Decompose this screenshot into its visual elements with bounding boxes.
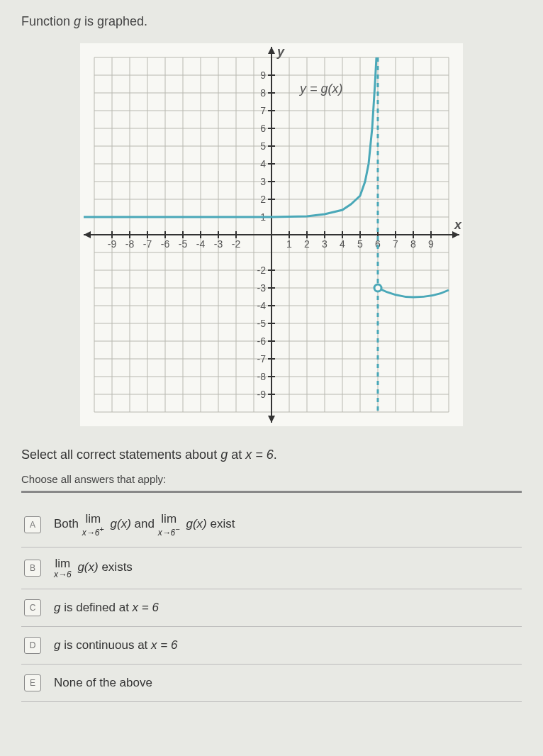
svg-text:2: 2 — [304, 238, 310, 250]
svg-text:8: 8 — [410, 238, 416, 250]
axes — [84, 47, 459, 423]
svg-text:-7: -7 — [257, 353, 267, 365]
choice-c[interactable]: C g is defined at x = 6 — [21, 589, 522, 627]
svg-text:-3: -3 — [257, 282, 267, 294]
svg-text:-2: -2 — [257, 265, 267, 276]
open-point — [374, 284, 381, 291]
svg-text:6: 6 — [260, 123, 266, 134]
svg-text:-5: -5 — [179, 238, 188, 250]
graph: -9 -8 -7 -6 -5 -4 -3 -2 1 2 3 4 5 6 7 8 … — [80, 43, 463, 426]
choice-box-e: E — [24, 674, 41, 691]
choice-box-a: A — [24, 516, 41, 533]
instruct-text: Choose all answers that apply: — [21, 473, 522, 485]
choice-box-c: C — [24, 599, 41, 616]
svg-text:-6: -6 — [257, 335, 267, 347]
svg-text:5: 5 — [260, 140, 266, 152]
svg-text:9: 9 — [428, 238, 434, 250]
choice-text-d: g is continuous at x = 6 — [54, 638, 177, 652]
x-pos-labels: 1 2 3 4 5 6 7 8 9 — [286, 238, 434, 250]
y-axis-var: y — [276, 45, 285, 59]
svg-marker-43 — [84, 231, 91, 238]
function-label: y = g(x) — [298, 82, 343, 96]
svg-text:7: 7 — [260, 105, 266, 116]
choice-e[interactable]: E None of the above — [21, 665, 522, 702]
svg-marker-42 — [452, 231, 459, 238]
svg-text:4: 4 — [260, 158, 266, 169]
y-neg-labels: -2 -3 -4 -5 -6 -7 -8 -9 — [257, 265, 267, 400]
svg-text:8: 8 — [260, 87, 266, 99]
svg-text:-4: -4 — [196, 238, 206, 250]
x-axis-var: x — [454, 218, 462, 232]
x-neg-labels: -9 -8 -7 -6 -5 -4 -3 -2 — [108, 238, 241, 250]
y-pos-labels: 9 8 7 6 5 4 3 2 1 — [260, 70, 266, 223]
graph-svg: -9 -8 -7 -6 -5 -4 -3 -2 1 2 3 4 5 6 7 8 … — [80, 43, 463, 426]
svg-text:5: 5 — [357, 238, 363, 250]
svg-text:-3: -3 — [214, 238, 223, 250]
svg-text:-9: -9 — [108, 238, 117, 250]
svg-text:-6: -6 — [161, 238, 170, 250]
svg-text:2: 2 — [260, 194, 266, 205]
svg-text:1: 1 — [286, 238, 292, 250]
choice-b[interactable]: B limx→6 g(x) exists — [21, 547, 522, 589]
choice-text-e: None of the above — [54, 676, 152, 690]
choice-box-b: B — [24, 560, 41, 577]
choice-text-a: Both limx→6+ g(x) and limx→6− g(x) exist — [54, 513, 235, 537]
svg-text:4: 4 — [340, 238, 345, 250]
q-post: . — [274, 448, 277, 462]
prompt-var: g — [74, 14, 81, 28]
q-eq: x = 6 — [245, 448, 274, 462]
choice-a[interactable]: A Both limx→6+ g(x) and limx→6− g(x) exi… — [21, 503, 522, 547]
choice-box-d: D — [24, 637, 41, 654]
q-mid: at — [228, 448, 245, 462]
svg-text:-8: -8 — [257, 371, 267, 382]
prompt-pre: Function — [21, 14, 74, 28]
svg-marker-45 — [268, 416, 275, 423]
prompt-text: Function g is graphed. — [21, 14, 522, 29]
svg-text:3: 3 — [260, 176, 266, 187]
graph-container: -9 -8 -7 -6 -5 -4 -3 -2 1 2 3 4 5 6 7 8 … — [21, 43, 522, 426]
svg-text:-2: -2 — [232, 238, 241, 250]
q-var: g — [220, 448, 228, 462]
svg-text:3: 3 — [322, 238, 328, 250]
choice-text-b: limx→6 g(x) exists — [54, 557, 133, 579]
svg-text:-7: -7 — [143, 238, 152, 250]
divider — [21, 491, 522, 493]
q-pre: Select all correct statements about — [21, 448, 220, 462]
choice-d[interactable]: D g is continuous at x = 6 — [21, 627, 522, 665]
svg-text:-4: -4 — [257, 300, 267, 311]
svg-text:-8: -8 — [125, 238, 135, 250]
prompt-post: is graphed. — [81, 14, 147, 28]
svg-text:7: 7 — [393, 238, 398, 250]
svg-text:-9: -9 — [257, 389, 267, 400]
question-text: Select all correct statements about g at… — [21, 448, 522, 462]
svg-text:9: 9 — [260, 70, 266, 81]
svg-marker-44 — [268, 47, 275, 54]
choice-text-c: g is defined at x = 6 — [54, 601, 159, 615]
svg-text:-5: -5 — [257, 318, 267, 329]
